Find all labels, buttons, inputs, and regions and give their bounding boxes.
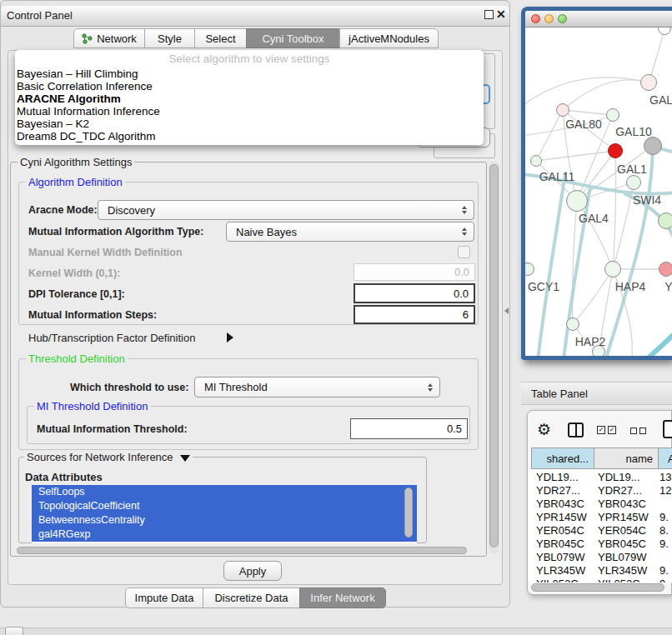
list-item[interactable]: SelfLoops bbox=[32, 485, 417, 499]
sources-group-title[interactable]: Sources for Network Inference bbox=[24, 451, 193, 463]
dropdown-item[interactable]: Bayesian – K2 bbox=[17, 118, 89, 130]
list-scrollbar-thumb[interactable] bbox=[404, 488, 413, 538]
table-cell[interactable]: 13 bbox=[659, 471, 671, 483]
tab-infer-network[interactable]: Infer Network bbox=[299, 588, 386, 608]
bottom-left-button[interactable] bbox=[5, 627, 23, 635]
network-view-window[interactable]: GAL80 GAL10 GAL1 GAL11 SWI4 GAL4 GCY1 HA… bbox=[521, 7, 672, 360]
tab-style[interactable]: Style bbox=[144, 28, 195, 48]
window-partial-icon[interactable] bbox=[663, 420, 672, 438]
column-header-name-label: name bbox=[625, 452, 653, 465]
deselect-all-checks-icon[interactable] bbox=[630, 428, 647, 435]
list-item[interactable]: BetweennessCentrality bbox=[32, 513, 417, 528]
network-node[interactable] bbox=[566, 190, 588, 212]
tab-cyni-toolbox[interactable]: Cyni Toolbox bbox=[246, 28, 340, 48]
table-cell[interactable]: 12 bbox=[659, 484, 671, 497]
kernel-width-field[interactable]: 0.0 bbox=[354, 263, 475, 281]
mi-type-value: Naive Bayes bbox=[236, 226, 297, 238]
table-row[interactable]: YIL052C bbox=[536, 578, 579, 582]
tab-discretize-data[interactable]: Discretize Data bbox=[203, 588, 300, 608]
dropdown-item[interactable]: Bayesian – Hill Climbing bbox=[17, 68, 138, 80]
table-hscrollbar-thumb[interactable] bbox=[531, 583, 664, 592]
table-row[interactable]: YDR27... bbox=[536, 484, 580, 497]
table-cell[interactable]: YBL079W bbox=[598, 551, 647, 563]
table-cell[interactable]: YDL19... bbox=[598, 471, 640, 483]
expander-arrow-icon[interactable] bbox=[227, 332, 233, 342]
aracne-mode-combo[interactable]: Discovery bbox=[98, 200, 474, 220]
network-canvas[interactable]: GAL80 GAL10 GAL1 GAL11 SWI4 GAL4 GCY1 HA… bbox=[525, 28, 672, 356]
tab-impute-data[interactable]: Impute Data bbox=[125, 588, 203, 608]
data-attributes-list[interactable]: SelfLoops TopologicalCoefficient Between… bbox=[32, 485, 417, 543]
table-row[interactable]: YBR045C bbox=[536, 538, 584, 550]
column-header-shared[interactable]: shared... bbox=[531, 448, 594, 469]
table-row[interactable]: YER054C bbox=[536, 524, 584, 537]
table-cell[interactable]: 9. bbox=[659, 564, 669, 577]
close-icon[interactable]: ✕ bbox=[496, 8, 506, 21]
split-columns-icon[interactable] bbox=[568, 422, 584, 438]
settings-hscrollbar-thumb[interactable] bbox=[17, 547, 467, 554]
network-node[interactable] bbox=[604, 261, 621, 278]
tab-jactivemnodules[interactable]: jActiveMNodules bbox=[339, 28, 439, 48]
network-node[interactable] bbox=[644, 137, 662, 155]
table-cell[interactable]: 8. bbox=[659, 524, 669, 537]
list-item[interactable]: gal4RGexp bbox=[32, 528, 417, 542]
dropdown-item[interactable]: Basic Correlation Inference bbox=[17, 80, 153, 92]
table-cell[interactable]: YPR145W bbox=[598, 511, 649, 523]
mi-threshold-field[interactable]: 0.5 bbox=[350, 418, 468, 439]
table-cell[interactable]: YER054C bbox=[598, 524, 646, 537]
splitpane-collapse-arrow-icon[interactable] bbox=[504, 308, 509, 314]
which-threshold-combo[interactable]: MI Threshold bbox=[194, 377, 440, 398]
gear-icon[interactable]: ⚙ bbox=[537, 420, 551, 439]
column-header-name[interactable]: name bbox=[594, 448, 659, 469]
table-row[interactable]: YBL079W bbox=[536, 551, 585, 563]
hub-expander[interactable]: Hub/Transcription Factor Definition bbox=[28, 332, 195, 344]
sources-title-label: Sources for Network Inference bbox=[27, 451, 173, 463]
table-row[interactable]: YLR345W bbox=[536, 564, 585, 577]
network-node[interactable] bbox=[566, 318, 579, 331]
float-button[interactable] bbox=[484, 10, 494, 19]
dpi-tolerance-label: DPI Tolerance [0,1]: bbox=[28, 288, 125, 300]
table-panel-title: Table Panel bbox=[531, 388, 588, 400]
zoom-traffic-light[interactable] bbox=[558, 14, 567, 23]
mi-type-combo[interactable]: Naive Bayes bbox=[226, 222, 474, 242]
network-node[interactable] bbox=[640, 74, 657, 91]
table-cell[interactable]: 9 bbox=[659, 578, 665, 582]
tab-network[interactable]: Network bbox=[73, 28, 145, 48]
network-icon bbox=[82, 33, 93, 44]
table-cell[interactable]: YDR27... bbox=[598, 484, 642, 497]
list-item[interactable]: TopologicalCoefficient bbox=[32, 499, 417, 513]
minimize-traffic-light[interactable] bbox=[544, 14, 554, 23]
dropdown-item-highlighted[interactable]: ARACNE Algorithm bbox=[17, 92, 121, 105]
mi-steps-field[interactable]: 6 bbox=[354, 305, 475, 324]
network-window-titlebar[interactable] bbox=[525, 11, 672, 28]
settings-scrollbar-thumb[interactable] bbox=[489, 164, 499, 548]
column-header-partial[interactable]: A bbox=[658, 448, 672, 469]
network-node[interactable] bbox=[658, 212, 672, 229]
network-node[interactable] bbox=[659, 262, 672, 277]
table-cell[interactable]: 9. bbox=[659, 511, 669, 523]
network-node[interactable] bbox=[606, 108, 619, 122]
dpi-tolerance-field[interactable]: 0.0 bbox=[354, 283, 475, 303]
table-row[interactable]: YDL19... bbox=[536, 471, 579, 483]
network-node[interactable] bbox=[626, 175, 641, 190]
select-all-checks-icon[interactable]: ✓ ✓ bbox=[597, 426, 617, 435]
table-cell[interactable]: 9. bbox=[659, 538, 669, 550]
tab-select[interactable]: Select bbox=[194, 28, 247, 48]
table-cell[interactable]: YLR345W bbox=[598, 564, 647, 577]
manual-kernel-checkbox[interactable] bbox=[458, 246, 470, 258]
table-row[interactable]: YBR043C bbox=[536, 498, 584, 510]
cyni-settings-group-title: Cyni Algorithm Settings bbox=[18, 156, 134, 168]
which-threshold-value: MI Threshold bbox=[204, 381, 268, 393]
column-header-shared-label: shared... bbox=[546, 452, 589, 465]
table-cell[interactable]: YBR043C bbox=[598, 498, 646, 510]
network-node[interactable] bbox=[556, 103, 569, 117]
apply-button[interactable]: Apply bbox=[223, 561, 282, 581]
table-cell[interactable]: YIL052C bbox=[598, 578, 640, 582]
control-panel-title: Control Panel bbox=[7, 9, 73, 22]
dropdown-item[interactable]: Mutual Information Inference bbox=[17, 105, 160, 118]
table-row[interactable]: YPR145W bbox=[536, 511, 587, 523]
table-cell[interactable]: YBR045C bbox=[598, 538, 646, 550]
network-node[interactable] bbox=[530, 155, 542, 167]
close-traffic-light[interactable] bbox=[531, 14, 540, 23]
network-node-selected[interactable] bbox=[608, 143, 623, 158]
dropdown-item[interactable]: Dream8 DC_TDC Algorithm bbox=[17, 130, 156, 142]
